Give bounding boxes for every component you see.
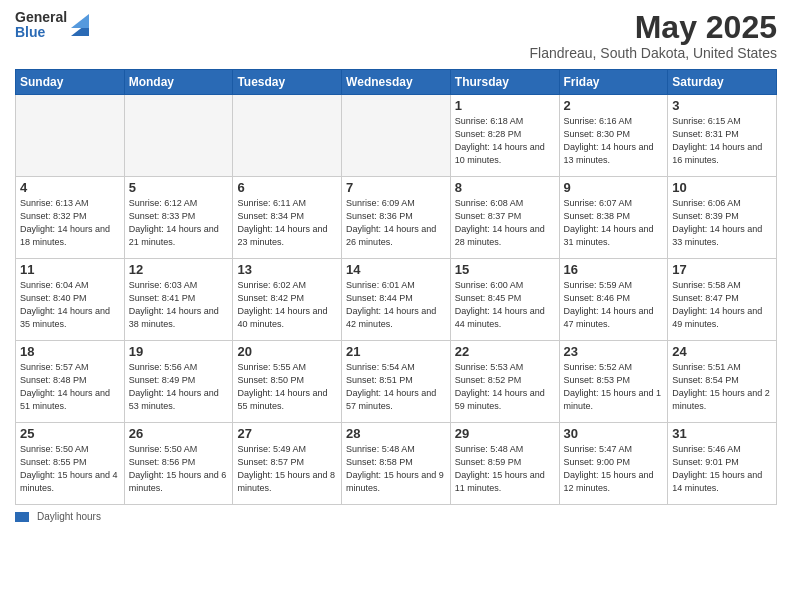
day-number: 5 [129, 180, 229, 195]
day-number: 6 [237, 180, 337, 195]
calendar-table: SundayMondayTuesdayWednesdayThursdayFrid… [15, 69, 777, 505]
calendar-day-cell [16, 95, 125, 177]
day-info: Sunrise: 5:57 AMSunset: 8:48 PMDaylight:… [20, 362, 110, 411]
day-number: 31 [672, 426, 772, 441]
day-number: 11 [20, 262, 120, 277]
day-number: 16 [564, 262, 664, 277]
calendar-day-cell [233, 95, 342, 177]
calendar-day-cell: 26 Sunrise: 5:50 AMSunset: 8:56 PMDaylig… [124, 423, 233, 505]
daylight-label: Daylight hours [37, 511, 101, 522]
day-info: Sunrise: 5:47 AMSunset: 9:00 PMDaylight:… [564, 444, 654, 493]
page: General Blue May 2025 Flandreau, South D… [0, 0, 792, 612]
calendar-day-cell: 9 Sunrise: 6:07 AMSunset: 8:38 PMDayligh… [559, 177, 668, 259]
day-number: 1 [455, 98, 555, 113]
calendar-day-cell: 3 Sunrise: 6:15 AMSunset: 8:31 PMDayligh… [668, 95, 777, 177]
calendar-day-cell: 12 Sunrise: 6:03 AMSunset: 8:41 PMDaylig… [124, 259, 233, 341]
calendar-day-cell: 6 Sunrise: 6:11 AMSunset: 8:34 PMDayligh… [233, 177, 342, 259]
calendar-day-cell [124, 95, 233, 177]
calendar-header-row: SundayMondayTuesdayWednesdayThursdayFrid… [16, 70, 777, 95]
day-number: 2 [564, 98, 664, 113]
day-number: 13 [237, 262, 337, 277]
day-info: Sunrise: 6:04 AMSunset: 8:40 PMDaylight:… [20, 280, 110, 329]
calendar-day-cell: 21 Sunrise: 5:54 AMSunset: 8:51 PMDaylig… [342, 341, 451, 423]
logo-icon [71, 14, 89, 36]
day-number: 3 [672, 98, 772, 113]
day-number: 8 [455, 180, 555, 195]
day-info: Sunrise: 6:03 AMSunset: 8:41 PMDaylight:… [129, 280, 219, 329]
day-number: 21 [346, 344, 446, 359]
day-info: Sunrise: 5:50 AMSunset: 8:55 PMDaylight:… [20, 444, 118, 493]
day-info: Sunrise: 6:12 AMSunset: 8:33 PMDaylight:… [129, 198, 219, 247]
day-info: Sunrise: 5:59 AMSunset: 8:46 PMDaylight:… [564, 280, 654, 329]
footer-bar: Daylight hours [15, 511, 777, 522]
day-number: 4 [20, 180, 120, 195]
day-info: Sunrise: 6:15 AMSunset: 8:31 PMDaylight:… [672, 116, 762, 165]
day-number: 28 [346, 426, 446, 441]
day-info: Sunrise: 6:00 AMSunset: 8:45 PMDaylight:… [455, 280, 545, 329]
weekday-header: Saturday [668, 70, 777, 95]
calendar-day-cell: 22 Sunrise: 5:53 AMSunset: 8:52 PMDaylig… [450, 341, 559, 423]
day-number: 25 [20, 426, 120, 441]
logo-general: General [15, 10, 67, 25]
calendar-day-cell: 17 Sunrise: 5:58 AMSunset: 8:47 PMDaylig… [668, 259, 777, 341]
footer: Daylight hours [15, 511, 777, 522]
day-info: Sunrise: 5:53 AMSunset: 8:52 PMDaylight:… [455, 362, 545, 411]
day-info: Sunrise: 5:51 AMSunset: 8:54 PMDaylight:… [672, 362, 770, 411]
day-number: 24 [672, 344, 772, 359]
day-info: Sunrise: 6:02 AMSunset: 8:42 PMDaylight:… [237, 280, 327, 329]
calendar-week-row: 4 Sunrise: 6:13 AMSunset: 8:32 PMDayligh… [16, 177, 777, 259]
calendar-day-cell: 24 Sunrise: 5:51 AMSunset: 8:54 PMDaylig… [668, 341, 777, 423]
calendar-day-cell: 27 Sunrise: 5:49 AMSunset: 8:57 PMDaylig… [233, 423, 342, 505]
day-info: Sunrise: 6:13 AMSunset: 8:32 PMDaylight:… [20, 198, 110, 247]
weekday-header: Monday [124, 70, 233, 95]
day-number: 22 [455, 344, 555, 359]
calendar-week-row: 11 Sunrise: 6:04 AMSunset: 8:40 PMDaylig… [16, 259, 777, 341]
weekday-header: Wednesday [342, 70, 451, 95]
day-number: 23 [564, 344, 664, 359]
day-number: 30 [564, 426, 664, 441]
calendar-week-row: 18 Sunrise: 5:57 AMSunset: 8:48 PMDaylig… [16, 341, 777, 423]
weekday-header: Sunday [16, 70, 125, 95]
day-number: 7 [346, 180, 446, 195]
day-info: Sunrise: 5:50 AMSunset: 8:56 PMDaylight:… [129, 444, 227, 493]
day-number: 18 [20, 344, 120, 359]
calendar-day-cell: 8 Sunrise: 6:08 AMSunset: 8:37 PMDayligh… [450, 177, 559, 259]
calendar-day-cell: 18 Sunrise: 5:57 AMSunset: 8:48 PMDaylig… [16, 341, 125, 423]
calendar-day-cell: 10 Sunrise: 6:06 AMSunset: 8:39 PMDaylig… [668, 177, 777, 259]
day-info: Sunrise: 6:11 AMSunset: 8:34 PMDaylight:… [237, 198, 327, 247]
weekday-header: Thursday [450, 70, 559, 95]
calendar-day-cell: 28 Sunrise: 5:48 AMSunset: 8:58 PMDaylig… [342, 423, 451, 505]
day-number: 29 [455, 426, 555, 441]
calendar-day-cell: 15 Sunrise: 6:00 AMSunset: 8:45 PMDaylig… [450, 259, 559, 341]
day-info: Sunrise: 5:55 AMSunset: 8:50 PMDaylight:… [237, 362, 327, 411]
calendar-day-cell: 2 Sunrise: 6:16 AMSunset: 8:30 PMDayligh… [559, 95, 668, 177]
day-number: 12 [129, 262, 229, 277]
day-number: 17 [672, 262, 772, 277]
day-info: Sunrise: 6:07 AMSunset: 8:38 PMDaylight:… [564, 198, 654, 247]
logo-blue: Blue [15, 25, 67, 40]
day-info: Sunrise: 5:58 AMSunset: 8:47 PMDaylight:… [672, 280, 762, 329]
calendar-day-cell: 19 Sunrise: 5:56 AMSunset: 8:49 PMDaylig… [124, 341, 233, 423]
day-info: Sunrise: 6:18 AMSunset: 8:28 PMDaylight:… [455, 116, 545, 165]
calendar-day-cell: 1 Sunrise: 6:18 AMSunset: 8:28 PMDayligh… [450, 95, 559, 177]
day-info: Sunrise: 6:01 AMSunset: 8:44 PMDaylight:… [346, 280, 436, 329]
calendar-day-cell: 5 Sunrise: 6:12 AMSunset: 8:33 PMDayligh… [124, 177, 233, 259]
logo-text: General Blue [15, 10, 67, 41]
weekday-header: Friday [559, 70, 668, 95]
day-number: 19 [129, 344, 229, 359]
day-number: 27 [237, 426, 337, 441]
day-info: Sunrise: 5:52 AMSunset: 8:53 PMDaylight:… [564, 362, 662, 411]
calendar-day-cell: 25 Sunrise: 5:50 AMSunset: 8:55 PMDaylig… [16, 423, 125, 505]
day-number: 26 [129, 426, 229, 441]
day-info: Sunrise: 5:56 AMSunset: 8:49 PMDaylight:… [129, 362, 219, 411]
day-info: Sunrise: 5:54 AMSunset: 8:51 PMDaylight:… [346, 362, 436, 411]
day-number: 14 [346, 262, 446, 277]
day-number: 15 [455, 262, 555, 277]
day-info: Sunrise: 5:48 AMSunset: 8:59 PMDaylight:… [455, 444, 545, 493]
day-number: 9 [564, 180, 664, 195]
weekday-header: Tuesday [233, 70, 342, 95]
day-info: Sunrise: 6:16 AMSunset: 8:30 PMDaylight:… [564, 116, 654, 165]
day-number: 10 [672, 180, 772, 195]
day-info: Sunrise: 6:06 AMSunset: 8:39 PMDaylight:… [672, 198, 762, 247]
calendar-day-cell: 4 Sunrise: 6:13 AMSunset: 8:32 PMDayligh… [16, 177, 125, 259]
